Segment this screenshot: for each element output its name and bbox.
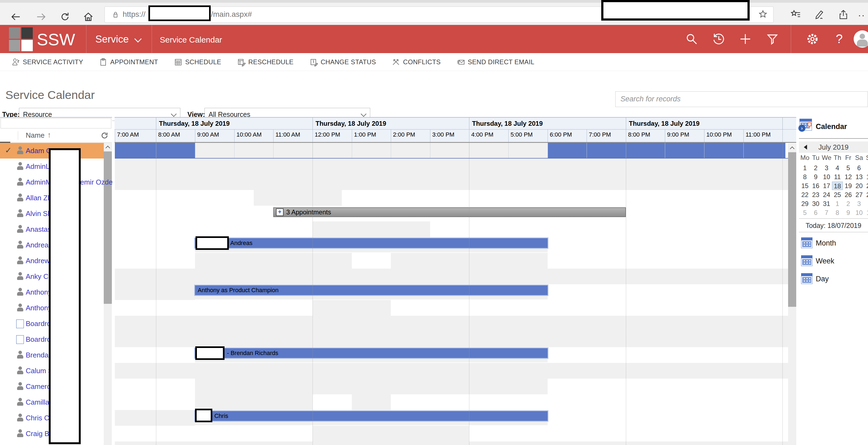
appointments-group-bar[interactable]: +3 Appointments (273, 207, 626, 217)
mini-calendar-day[interactable]: 28 (865, 190, 868, 199)
mini-calendar-day[interactable]: 1 (832, 200, 843, 208)
mini-calendar-header: July 2019 (799, 142, 868, 153)
mini-calendar-day[interactable]: 27 (854, 190, 865, 199)
view-option-label: Month (816, 239, 836, 247)
appointment-label: - Chris (211, 413, 228, 419)
resource-name[interactable]: Andrew (26, 257, 50, 265)
mini-calendar-day[interactable]: 20 (854, 182, 865, 190)
mini-calendar-day[interactable]: 15 (800, 182, 810, 190)
time-group-separator (469, 143, 469, 445)
mini-calendar-day[interactable]: 2 (810, 164, 821, 172)
mini-calendar-day[interactable]: 22 (800, 190, 810, 199)
mini-calendar-dow: Fr (843, 154, 854, 161)
divider (799, 138, 868, 139)
person-icon (16, 303, 24, 312)
redaction-box (601, 0, 750, 21)
unavailable-time-block (313, 300, 391, 316)
mini-calendar-day[interactable]: 14 (865, 173, 868, 181)
mini-calendar-day[interactable]: 5 (843, 164, 854, 172)
redaction-box (49, 148, 81, 444)
busy-time-strip (195, 295, 548, 299)
unavailable-time-block (115, 410, 195, 426)
mini-calendar-day[interactable]: 26 (843, 190, 854, 199)
unavailable-time-block (115, 284, 195, 300)
view-option-month[interactable]: Month (799, 236, 868, 250)
unavailable-time-block (115, 442, 788, 445)
mini-calendar-day[interactable]: 16 (810, 182, 821, 190)
mini-calendar-day[interactable]: 9 (843, 208, 854, 217)
appointment-bar[interactable]: - Brendan Richards (195, 348, 548, 358)
mini-calendar-day[interactable]: 4 (865, 200, 868, 208)
mini-calendar-day[interactable]: 10 (854, 208, 865, 217)
mini-calendar-day[interactable]: 30 (810, 200, 821, 208)
mini-calendar-day[interactable]: 11 (832, 173, 843, 181)
view-option-week[interactable]: Week (799, 254, 868, 268)
mini-calendar-day[interactable]: 19 (843, 182, 854, 190)
mini-calendar-dow: Mo (800, 154, 810, 161)
busy-time-strip (195, 421, 548, 425)
resource-name[interactable]: Brendan (26, 351, 52, 359)
mini-calendar-day[interactable]: 10 (821, 173, 832, 181)
today-label[interactable]: Today: 18/07/2019 (799, 222, 868, 230)
mini-calendar-day[interactable]: 8 (832, 208, 843, 217)
mini-calendar-day[interactable]: 6 (810, 208, 821, 217)
mini-calendar-day[interactable]: 29 (800, 200, 810, 208)
view-option-day[interactable]: Day (799, 272, 868, 286)
unavailable-time-block (195, 253, 352, 269)
hour-gridline (743, 143, 744, 158)
mini-calendar-day[interactable]: 23 (810, 190, 821, 199)
mini-calendar-day[interactable]: 3 (821, 164, 832, 172)
mini-calendar-day[interactable]: 7 (821, 208, 832, 217)
resource-name[interactable]: Anthony (26, 288, 52, 296)
mini-calendar-day[interactable]: 24 (821, 190, 832, 199)
mini-calendar-day[interactable]: 17 (821, 182, 832, 190)
appointment-bar[interactable]: - Andreas (195, 238, 548, 248)
mini-calendar-day[interactable]: 8 (800, 173, 810, 181)
appointments-group-label: 3 Appointments (286, 208, 331, 216)
person-icon (16, 225, 24, 234)
busy-time-strip (195, 248, 548, 252)
mini-calendar-day[interactable]: 9 (810, 173, 821, 181)
mini-calendar-day[interactable]: 1 (800, 164, 810, 172)
unavailable-time-block (352, 394, 391, 410)
expand-appointments-button[interactable]: + (276, 208, 284, 216)
resource-name[interactable]: Andreas (26, 241, 52, 249)
resource-name[interactable]: Allan Zh (26, 194, 52, 202)
mini-calendar-day[interactable]: 18 (832, 182, 843, 190)
person-icon (16, 414, 24, 422)
person-icon (16, 429, 24, 438)
person-icon (16, 256, 24, 265)
resource-name[interactable]: Anthony (26, 304, 52, 312)
redaction-box (195, 409, 212, 422)
mini-calendar-day[interactable]: 3 (854, 200, 865, 208)
unavailable-time-block (313, 221, 430, 237)
view-option-label: Week (816, 257, 834, 265)
mini-calendar-day[interactable]: 21 (865, 182, 868, 190)
busy-time-block (548, 143, 785, 158)
person-icon (16, 382, 24, 391)
mini-calendar-day[interactable]: 31 (821, 200, 832, 208)
resource-name-fragment[interactable]: emir Ozde (80, 178, 113, 186)
hour-gridline (587, 143, 587, 158)
hour-gridline (665, 143, 665, 158)
mini-calendar-day[interactable]: 7 (865, 164, 868, 172)
calendar-pane-icon: › (800, 119, 812, 131)
person-icon (16, 366, 24, 375)
appointment-bar[interactable]: Anthony as Product Champion (195, 286, 548, 295)
appointment-bar[interactable]: - Chris (195, 411, 548, 421)
mini-calendar-day[interactable]: 12 (843, 173, 854, 181)
resource-name[interactable]: AdminM (26, 178, 52, 186)
mini-calendar-day[interactable]: 2 (843, 200, 854, 208)
divider (799, 218, 868, 219)
mini-calendar-day[interactable]: 5 (800, 208, 810, 217)
mini-calendar-day[interactable]: 6 (854, 164, 865, 172)
mini-calendar-dow: Tu (810, 154, 821, 161)
mini-calendar-day[interactable]: 25 (832, 190, 843, 199)
mini-calendar-day[interactable]: 13 (854, 173, 865, 181)
person-icon (16, 398, 24, 407)
redaction-box (195, 236, 229, 250)
selected-checkmark-icon: ✓ (5, 146, 12, 155)
mini-calendar-day[interactable]: 4 (832, 164, 843, 172)
mini-calendar-day[interactable]: 11 (865, 208, 868, 217)
redaction-box (148, 5, 211, 21)
